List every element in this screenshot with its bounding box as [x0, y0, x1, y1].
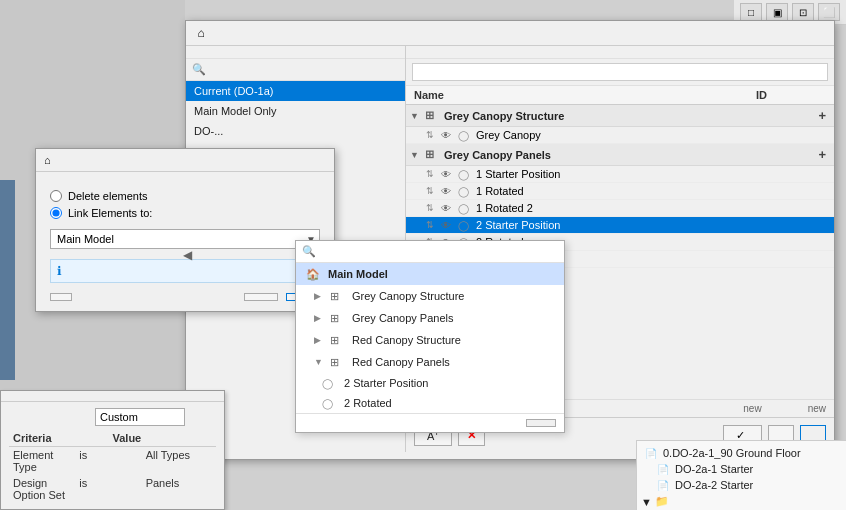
dropdown-group-row-grey-structure: ▶ ⊞ Grey Canopy Structure	[296, 285, 564, 307]
ft-do-2a-2-starter-label: DO-2a-2 Starter	[675, 479, 753, 491]
dar-info-box: ℹ	[50, 259, 320, 283]
fs-td-is-2: is	[79, 477, 145, 501]
toolbar-btn-3[interactable]: ⊡	[792, 3, 814, 21]
combo-item-do[interactable]: DO-...	[186, 121, 405, 141]
dar-titlebar: ⌂	[36, 149, 334, 172]
dos-option-grey-canopy[interactable]: ⇅ 👁 ◯ Grey Canopy	[406, 127, 834, 144]
dar-radio-link-input[interactable]	[50, 207, 62, 219]
ft-file-icon-2: 📄	[657, 464, 671, 475]
dar-radio-delete: Delete elements	[50, 190, 320, 202]
dar-help-button[interactable]	[308, 159, 314, 161]
ft-ground-floor-label: 0.DO-2a-1_90 Ground Floor	[663, 447, 801, 459]
dos-option-1-rotated-2[interactable]: ⇅ 👁 ◯ 1 Rotated 2	[406, 200, 834, 217]
expand-red-structure-icon: ▶	[314, 335, 324, 345]
toolbar-btn-1[interactable]: □	[740, 3, 762, 21]
dos-option-1-starter[interactable]: ⇅ 👁 ◯ 1 Starter Position	[406, 166, 834, 183]
dar-radio-delete-label: Delete elements	[68, 190, 148, 202]
dom-titlebar: ⌂	[186, 21, 834, 46]
ft-group-expand-icon: ▼	[641, 496, 652, 508]
fs-td-panels: Panels	[146, 477, 212, 501]
sort-icon-3: ⇅	[426, 203, 438, 213]
combo-item-main-model[interactable]: Main Model Only	[186, 101, 405, 121]
dos-group-grey-canopy-structure[interactable]: ▼ ⊞ Grey Canopy Structure +	[406, 105, 834, 127]
dos-option-2-starter-label: 2 Starter Position	[476, 219, 830, 231]
grey-panels-icon: ⊞	[330, 311, 346, 325]
ft-folder-icon: 📁	[655, 495, 669, 508]
dom-help-button[interactable]	[806, 32, 812, 34]
dropdown-group-row-red-panels: ▼ ⊞ Red Canopy Panels	[296, 351, 564, 373]
dom-close-button[interactable]	[820, 32, 826, 34]
dropdown-item-red-canopy-panels[interactable]: ▼ ⊞ Red Canopy Panels	[304, 351, 556, 373]
ft-group-article[interactable]: ▼ 📁	[637, 493, 846, 510]
combinations-search-icon: 🔍	[192, 63, 206, 76]
combinations-search-box: 🔍	[186, 59, 405, 81]
dropdown-group-row-red-structure: ▶ ⊞ Red Canopy Structure	[296, 329, 564, 351]
eye-icon: 👁	[441, 130, 455, 141]
dos-option-1-rotated-label: 1 Rotated	[476, 185, 830, 197]
dom-titlebar-controls	[806, 32, 826, 34]
toolbar-btn-2[interactable]: ▣	[766, 3, 788, 21]
dos-add-grey-canopy-panels[interactable]: +	[814, 147, 830, 162]
dos-search-input[interactable]	[412, 63, 828, 81]
option-icon-1: ◯	[458, 169, 472, 180]
dos-table-header: Name ID	[406, 86, 834, 105]
dar-radio-delete-input[interactable]	[50, 190, 62, 202]
nav-collapse-arrow[interactable]: ◀	[183, 248, 192, 262]
find-select-panel: Criteria Value Element Type is All Types…	[0, 390, 225, 510]
fs-th-value: Value	[113, 432, 213, 444]
option-icon-4: ◯	[458, 220, 472, 231]
dropdown-item-grey-canopy-panels[interactable]: ▶ ⊞ Grey Canopy Panels	[304, 307, 556, 329]
dropdown-item-grey-canopy-structure[interactable]: ▶ ⊞ Grey Canopy Structure	[304, 285, 556, 307]
dar-cancel-button[interactable]	[244, 293, 278, 301]
dom-title-left: ⌂	[194, 26, 208, 40]
dar-select-row: Main Model ▼	[50, 229, 320, 249]
dar-model-select[interactable]: Main Model	[50, 229, 320, 249]
dropdown-red-canopy-structure-label: Red Canopy Structure	[352, 334, 461, 346]
sub-2-starter-icon: ◯	[322, 378, 338, 389]
dos-add-grey-canopy-structure[interactable]: +	[814, 108, 830, 123]
dos-group-grey-canopy-panels[interactable]: ▼ ⊞ Grey Canopy Panels +	[406, 144, 834, 166]
dar-details-button[interactable]	[50, 293, 72, 301]
ft-do-2a-1-starter-label: DO-2a-1 Starter	[675, 463, 753, 475]
dropdown-menu: 🔍 🏠 Main Model ▶ ⊞ Grey Canopy Structure…	[295, 240, 565, 433]
expand-grey-panels-icon: ▶	[314, 313, 324, 323]
dropdown-sub-2-rotated[interactable]: ◯ 2 Rotated	[296, 393, 564, 413]
dropdown-sub-2-rotated-label: 2 Rotated	[344, 397, 392, 409]
dos-new-label-1: new	[743, 403, 761, 414]
dos-option-1-rotated[interactable]: ⇅ 👁 ◯ 1 Rotated	[406, 183, 834, 200]
dropdown-main-model-label: Main Model	[328, 268, 388, 280]
choose-button[interactable]	[526, 419, 556, 427]
fs-td-element-type: Element Type	[13, 449, 79, 473]
dos-col-id: ID	[756, 89, 806, 101]
dropdown-group-row-grey-panels: ▶ ⊞ Grey Canopy Panels	[296, 307, 564, 329]
fs-criteria-input[interactable]	[95, 408, 185, 426]
dropdown-red-canopy-panels-label: Red Canopy Panels	[352, 356, 450, 368]
dropdown-item-main-model[interactable]: 🏠 Main Model	[296, 263, 564, 285]
sort-icon-2: ⇅	[426, 186, 438, 196]
dar-close-button[interactable]	[320, 159, 326, 161]
dar-info-icon: ℹ	[57, 264, 62, 278]
dar-radio-group: Delete elements Link Elements to:	[50, 190, 320, 219]
group-grey-canopy-structure-icon: ⊞	[425, 109, 441, 122]
dropdown-search-icon: 🔍	[302, 245, 316, 258]
dom-title-icon: ⌂	[194, 26, 208, 40]
sub-2-rotated-icon: ◯	[322, 398, 338, 409]
combo-item-current[interactable]: Current (DO-1a)	[186, 81, 405, 101]
expand-grey-structure-icon: ▶	[314, 291, 324, 301]
dropdown-sub-2-starter[interactable]: ◯ 2 Starter Position	[296, 373, 564, 393]
ft-file-icon-3: 📄	[657, 480, 671, 491]
dos-col-name: Name	[414, 89, 756, 101]
dos-option-2-starter[interactable]: ⇅ 👁 ◯ 2 Starter Position	[406, 217, 834, 234]
dropdown-grey-canopy-structure-label: Grey Canopy Structure	[352, 290, 465, 302]
red-panels-icon: ⊞	[330, 355, 346, 369]
eye-icon-1: 👁	[441, 169, 455, 180]
fs-titlebar	[1, 391, 224, 402]
dropdown-footer	[296, 413, 564, 432]
eye-icon-2: 👁	[441, 186, 455, 197]
option-icon-3: ◯	[458, 203, 472, 214]
dropdown-item-red-canopy-structure[interactable]: ▶ ⊞ Red Canopy Structure	[304, 329, 556, 351]
option-icon: ◯	[458, 130, 472, 141]
toolbar-btn-4[interactable]: ⬜	[818, 3, 840, 21]
combinations-search-input[interactable]	[210, 64, 399, 76]
dropdown-search-input[interactable]	[320, 246, 558, 258]
